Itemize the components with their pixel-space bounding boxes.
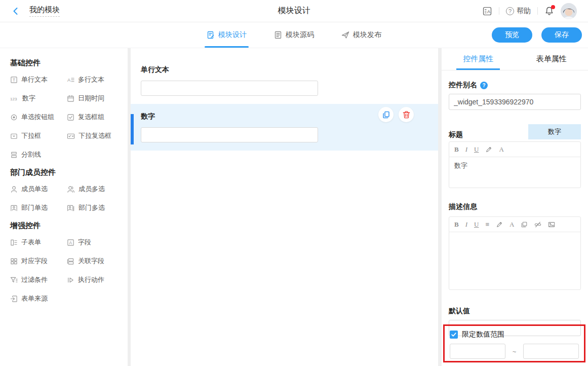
title-label: 标题	[449, 130, 463, 139]
palette-item-action[interactable]: 执行动作	[67, 275, 120, 284]
filter-icon	[10, 276, 18, 284]
alias-input[interactable]	[449, 94, 581, 110]
bold-icon[interactable]: B	[454, 146, 459, 153]
run-action-icon	[67, 276, 74, 284]
description-editor-content[interactable]	[449, 232, 580, 289]
italic-icon[interactable]: I	[465, 146, 467, 153]
design-doc-icon	[207, 31, 215, 39]
language-icon[interactable]: A	[482, 6, 492, 16]
underline-icon[interactable]: U	[474, 221, 479, 228]
module-name[interactable]: 我的模块	[29, 5, 60, 17]
palette-item-radio-group[interactable]: 单选按钮组	[10, 113, 67, 122]
alias-help-icon[interactable]: ?	[480, 82, 488, 89]
range-separator: ~	[513, 348, 517, 355]
palette-item-label: 日期时间	[78, 94, 104, 103]
divider	[499, 7, 499, 15]
italic-icon[interactable]: I	[465, 221, 467, 228]
palette-item-mapped-field[interactable]: 对应字段	[10, 257, 67, 266]
notifications-button[interactable]	[544, 6, 554, 16]
palette-item-label: 数字	[22, 94, 35, 103]
limit-range-label[interactable]: 限定数值范围	[462, 330, 504, 339]
palette-item-number[interactable]: 123 数字	[10, 94, 67, 103]
range-max-input[interactable]	[523, 344, 579, 359]
default-value-label: 默认值	[449, 307, 470, 316]
palette-item-filter[interactable]: 过滤条件	[10, 275, 67, 284]
palette-item-select[interactable]: 下拉框	[10, 131, 67, 140]
back-button[interactable]	[11, 7, 20, 16]
palette-item-label: 部门单选	[21, 203, 48, 212]
palette-item-member-single[interactable]: 成员单选	[10, 185, 67, 194]
palette-item-label: 子表单	[21, 238, 41, 247]
svg-text:A: A	[67, 78, 71, 83]
palette-item-member-multi[interactable]: 成员多选	[67, 185, 120, 194]
palette-item-label: 过滤条件	[21, 275, 48, 284]
tab-label: 模块源码	[286, 30, 314, 40]
section-title-dept-member: 部门成员控件	[10, 168, 119, 177]
tab-widget-properties[interactable]: 控件属性	[442, 48, 515, 70]
palette-item-multi-text[interactable]: A 多行文本	[67, 75, 120, 84]
underline-icon[interactable]: U	[474, 146, 479, 153]
tab-module-source[interactable]: 模块源码	[274, 22, 314, 48]
bold-icon[interactable]: B	[454, 221, 459, 228]
title-language-chip[interactable]: 数字	[528, 124, 581, 139]
unlink-icon[interactable]	[534, 221, 541, 228]
palette-item-label: 单行文本	[21, 75, 48, 84]
divider	[537, 7, 538, 15]
tab-module-design[interactable]: 模块设计	[207, 22, 247, 48]
font-icon[interactable]: A	[499, 146, 503, 153]
top-bar: 我的模块 模块设计 A ? 帮助	[0, 0, 588, 22]
designer-tabs: 模块设计 模块源码 模块发布	[207, 22, 381, 48]
check-icon	[451, 332, 457, 338]
widget-preview-input[interactable]	[141, 81, 318, 96]
palette-item-single-text[interactable]: T 单行文本	[10, 75, 67, 84]
avatar[interactable]	[561, 3, 577, 19]
form-canvas: 单行文本 数字	[131, 48, 438, 366]
duplicate-widget-button[interactable]	[378, 107, 394, 122]
image-icon[interactable]	[548, 221, 555, 228]
palette-item-label: 字段	[78, 238, 91, 247]
preview-button[interactable]: 预览	[492, 27, 532, 43]
alias-label: 控件别名	[449, 81, 477, 90]
tab-form-properties[interactable]: 表单属性	[515, 48, 588, 70]
svg-text:T: T	[13, 77, 15, 82]
palette-item-dept-multi[interactable]: 部门多选	[67, 203, 120, 212]
palette-item-divider[interactable]: 分割线	[10, 150, 67, 159]
palette-item-related-field[interactable]: 关联字段	[67, 257, 120, 266]
tab-module-publish[interactable]: 模块发布	[341, 22, 381, 48]
palette-item-label: 下拉复选框	[79, 131, 111, 140]
dropdown-check-icon	[67, 132, 75, 140]
limit-range-checkbox[interactable]	[450, 331, 458, 339]
help-button[interactable]: ? 帮助	[506, 7, 531, 16]
palette-item-form-source[interactable]: 表单来源	[10, 294, 67, 303]
palette-item-field[interactable]: A 字段	[67, 238, 120, 247]
title-editor-content[interactable]: 数字	[449, 157, 580, 188]
title-editor-toolbar: B I U A	[449, 142, 580, 157]
palette-item-dept-single[interactable]: 部门单选	[10, 203, 67, 212]
delete-widget-button[interactable]	[399, 107, 414, 122]
range-min-input[interactable]	[450, 344, 505, 359]
canvas-widget-number[interactable]: 数字	[131, 104, 438, 151]
clone-icon[interactable]	[521, 221, 528, 228]
widget-preview-input[interactable]	[141, 127, 318, 142]
font-icon[interactable]: A	[509, 221, 514, 228]
canvas-widget-single-text[interactable]: 单行文本	[131, 59, 438, 104]
save-button[interactable]: 保存	[541, 27, 582, 43]
departments-icon	[67, 204, 75, 212]
palette-item-checkbox-group[interactable]: 复选框组	[67, 113, 120, 122]
align-icon[interactable]: ≡	[485, 221, 489, 228]
checkbox-icon	[67, 114, 74, 121]
palette-item-multi-select[interactable]: 下拉复选框	[67, 131, 120, 140]
designer-body: 基础控件 T 单行文本 A 多行文本 123 数字 日期时间 单选按钮组	[0, 48, 588, 366]
description-editor: B I U ≡ A	[449, 216, 581, 290]
palette-item-datetime[interactable]: 日期时间	[67, 94, 120, 103]
palette-item-label: 对应字段	[21, 257, 48, 266]
pen-icon[interactable]	[485, 146, 492, 153]
number-icon: 123	[10, 95, 19, 102]
palette-item-subform[interactable]: 子表单	[10, 238, 67, 247]
widget-label: 单行文本	[141, 65, 428, 75]
subform-icon	[10, 239, 18, 246]
tab-label: 模块发布	[353, 30, 381, 40]
svg-text:123: 123	[10, 96, 17, 101]
pen-icon[interactable]	[496, 221, 503, 228]
svg-text:A: A	[487, 9, 490, 14]
